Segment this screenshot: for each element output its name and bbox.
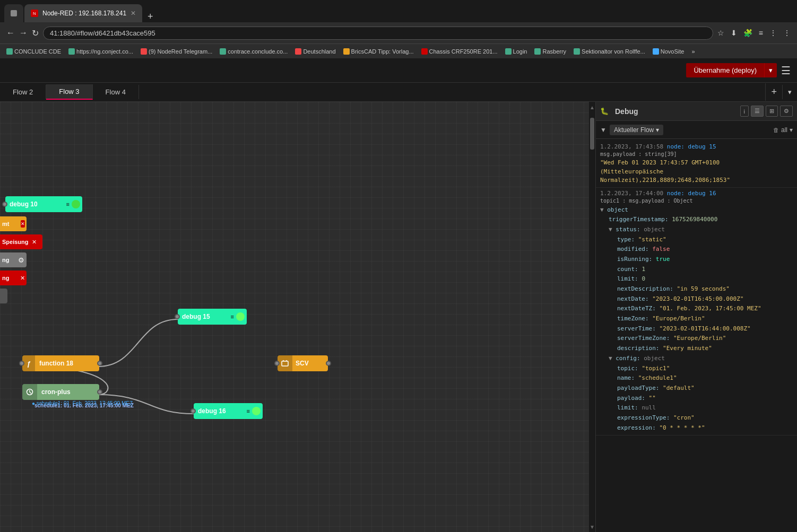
bookmark-star-icon[interactable]: ☆ bbox=[717, 29, 724, 37]
reload-button[interactable]: ↻ bbox=[32, 28, 39, 38]
panel-info-button[interactable]: i bbox=[740, 106, 749, 117]
deploy-button[interactable]: Übernahme (deploy) bbox=[686, 63, 764, 77]
debug-msg2-header: 1.2.2023, 17:44:00 node: debug 16 bbox=[600, 190, 793, 197]
debug-msg1-sub: msg.payload : string[39] bbox=[600, 151, 793, 157]
address-bar-input[interactable]: 41:1880/#flow/d6421db43cace595 bbox=[43, 27, 713, 40]
bookmark-ng-conject[interactable]: https://ng.conject.co... bbox=[66, 47, 135, 56]
node-debug16-config-icon[interactable]: ≡ bbox=[245, 408, 252, 414]
forward-button[interactable]: → bbox=[19, 28, 28, 38]
tree-item-servertimezone: serverTimeZone: "Europe/Berlin" bbox=[600, 334, 793, 344]
scroll-up-button[interactable]: ▲ bbox=[589, 102, 595, 112]
debug-msg1-value: "Wed Feb 01 2023 17:43:57 GMT+0100 (Mitt… bbox=[600, 159, 793, 185]
bookmark-deutschland[interactable]: Deutschland bbox=[293, 47, 337, 56]
tree-item-type: type: "static" bbox=[600, 235, 793, 245]
debug-msg2-sub: topic1 : msg.payload : Object bbox=[600, 198, 793, 204]
panel-actions: i ☰ ⊞ ⚙ bbox=[740, 106, 793, 117]
deploy-dropdown-button[interactable]: ▾ bbox=[764, 63, 777, 77]
back-button[interactable]: ← bbox=[6, 28, 15, 38]
panel-table-button[interactable]: ⊞ bbox=[766, 106, 778, 117]
node-debug10-label: debug 10 bbox=[5, 197, 64, 211]
debug-filter-label: Aktueller Flow bbox=[614, 126, 654, 134]
node-scv-left-port[interactable] bbox=[274, 361, 280, 366]
panel-settings-button[interactable]: ⚙ bbox=[780, 106, 793, 117]
extensions-icon[interactable]: 🧩 bbox=[743, 29, 752, 37]
add-flow-tab-button[interactable]: + bbox=[765, 83, 782, 101]
bookmark-chassis[interactable]: Chassis CRF250RE 201... bbox=[419, 47, 500, 56]
tree-item-limit: limit: 0 bbox=[600, 274, 793, 284]
debug-filter-button[interactable]: Aktueller Flow ▾ bbox=[610, 125, 663, 135]
reader-icon[interactable]: ≡ bbox=[759, 29, 763, 37]
node-debug10[interactable]: debug 10 ≡ bbox=[5, 196, 82, 212]
panel-list-button[interactable]: ☰ bbox=[751, 106, 764, 117]
node-cronplus[interactable]: cron-plus schedule1: 01. Feb. 2023, 17:4… bbox=[22, 384, 99, 400]
debug-content[interactable]: 1.2.2023, 17:43:58 node: debug 15 msg.pa… bbox=[596, 139, 797, 532]
share-icon[interactable]: ⋮ bbox=[769, 29, 777, 37]
tree-expand-root[interactable]: ▼ bbox=[600, 206, 604, 213]
node-scv-right-port[interactable] bbox=[326, 361, 331, 366]
node-function18-left-port[interactable] bbox=[19, 361, 24, 366]
panel-header: 🐛 Debug i ☰ ⊞ ⚙ bbox=[596, 102, 797, 121]
debug-msg2-node: node: debug 16 bbox=[667, 190, 716, 197]
bookmark-rasberry[interactable]: Rasberry bbox=[532, 47, 568, 56]
node-function18-right-port[interactable] bbox=[97, 361, 102, 366]
bookmark-nodered-telegram[interactable]: (9) NodeRed Telegram... bbox=[138, 47, 214, 56]
trash-icon[interactable]: 🗑 bbox=[773, 127, 779, 133]
node-partial-dot[interactable] bbox=[0, 289, 7, 303]
node-cronplus-right-port[interactable] bbox=[97, 389, 102, 395]
bookmark-novosite[interactable]: NovoSite bbox=[651, 47, 687, 56]
tree-root: ▼ object bbox=[600, 205, 793, 215]
bookmark-conclude-cde[interactable]: CONCLUDE CDE bbox=[4, 47, 63, 56]
tree-item-timezone: timeZone: "Europe/Berlin" bbox=[600, 314, 793, 324]
tree-item-nextdatetz: nextDateTZ: "01. Feb. 2023, 17:45:00 MEZ… bbox=[600, 304, 793, 314]
bookmark-sektionaltor[interactable]: Sektionaltor von Rolffe... bbox=[571, 47, 647, 56]
tab-close-button[interactable]: ✕ bbox=[131, 10, 136, 17]
tree-expand-config[interactable]: ▼ bbox=[609, 355, 612, 362]
canvas-scrollbar[interactable]: ▲ ▼ bbox=[589, 102, 595, 532]
clear-chevron[interactable]: ▾ bbox=[790, 126, 793, 134]
node-debug15[interactable]: debug 15 ≡ bbox=[178, 309, 247, 325]
scroll-track bbox=[589, 112, 595, 521]
node-partial-gear[interactable]: ng ⚙ bbox=[0, 252, 27, 267]
node-partial-mt[interactable]: mt ✕ bbox=[0, 216, 27, 231]
node-debug15-left-port[interactable] bbox=[175, 314, 180, 319]
debug-tree: ▼ object triggerTimestamp: 1675269840000… bbox=[600, 205, 793, 433]
node-cronplus-label: cron-plus bbox=[37, 385, 99, 399]
new-tab-button[interactable]: + bbox=[143, 11, 158, 22]
bookmarks-more[interactable]: » bbox=[691, 48, 695, 55]
tree-item-trigger: triggerTimestamp: 1675269840000 bbox=[600, 215, 793, 225]
node-debug16-left-port[interactable] bbox=[190, 408, 196, 414]
tab-flow2[interactable]: Flow 2 bbox=[0, 85, 46, 99]
tree-item-description: description: "Every minute" bbox=[600, 344, 793, 354]
node-debug16[interactable]: debug 16 ≡ bbox=[194, 403, 263, 419]
tree-item-expressiontype: expressionType: "cron" bbox=[600, 413, 793, 423]
download-icon[interactable]: ⬇ bbox=[731, 29, 737, 37]
bookmark-contrace[interactable]: contrace.conclude.co... bbox=[218, 47, 290, 56]
tree-item-nextdesc: nextDescription: "in 59 seconds" bbox=[600, 284, 793, 294]
tree-item-modified: modified: false bbox=[600, 245, 793, 255]
flow-tab-chevron[interactable]: ▾ bbox=[782, 85, 797, 99]
filter-chevron: ▾ bbox=[656, 126, 659, 134]
main-menu-button[interactable]: ☰ bbox=[781, 64, 791, 77]
active-tab[interactable]: N Node-RED : 192.168.178.241 ✕ bbox=[24, 4, 142, 22]
tree-expand-status[interactable]: ▼ bbox=[609, 226, 612, 233]
node-debug15-config-icon[interactable]: ≡ bbox=[229, 313, 236, 320]
node-debug10-left-port[interactable] bbox=[2, 202, 7, 207]
node-function18[interactable]: ƒ function 18 bbox=[22, 355, 99, 371]
node-debug10-indicator bbox=[72, 200, 80, 208]
node-debug10-config-icon[interactable]: ≡ bbox=[64, 201, 72, 207]
node-scv[interactable]: SCV bbox=[278, 355, 328, 371]
flow-canvas[interactable]: debug 10 ≡ mt ✕ Speisung ✕ ng bbox=[0, 102, 589, 532]
bookmark-login[interactable]: Login bbox=[503, 47, 530, 56]
node-partial-speisung[interactable]: Speisung ✕ bbox=[0, 234, 42, 249]
tab-favicon bbox=[11, 10, 17, 16]
tab-flow4[interactable]: Flow 4 bbox=[93, 85, 139, 99]
node-partial-x2[interactable]: ng ✕ bbox=[0, 271, 27, 285]
clear-label: all bbox=[781, 126, 787, 134]
bookmark-bricscad[interactable]: BricsCAD Tipp: Vorlag... bbox=[341, 47, 416, 56]
tab-flow3[interactable]: Flow 3 bbox=[46, 84, 92, 100]
scroll-thumb[interactable] bbox=[590, 118, 594, 150]
scroll-down-button[interactable]: ▼ bbox=[589, 521, 595, 532]
inactive-tab[interactable] bbox=[4, 4, 23, 22]
tab-title: Node-RED : 192.168.178.241 bbox=[42, 10, 126, 17]
browser-menu-icon[interactable]: ⋮ bbox=[783, 29, 791, 37]
